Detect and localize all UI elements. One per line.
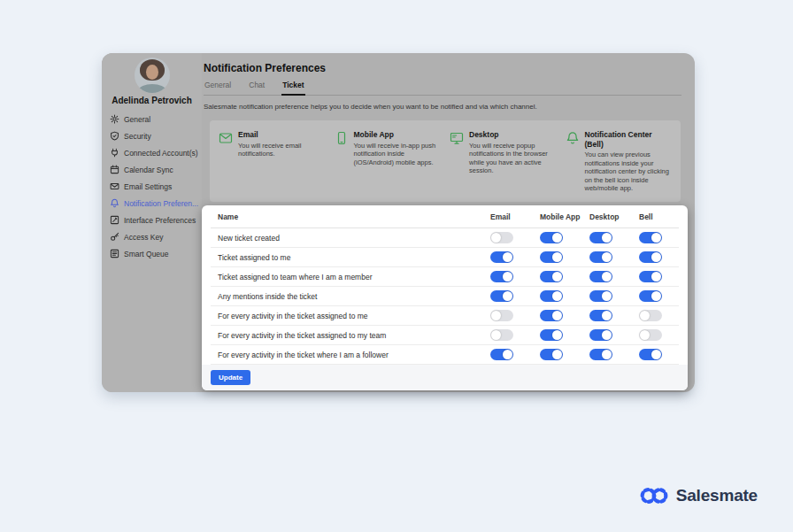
toggle-email[interactable] (490, 310, 513, 321)
sidebar-item-security[interactable]: Security (102, 127, 202, 144)
table-row: For every activity in the ticket where I… (211, 345, 679, 365)
sidebar-item-connected-accounts[interactable]: Connected Account(s) (102, 144, 202, 161)
toggle-email[interactable] (490, 290, 513, 302)
row-name: Ticket assigned to me (218, 253, 490, 262)
sidebar-item-label: Smart Queue (124, 250, 169, 258)
avatar-body (139, 84, 166, 93)
toggle-email[interactable] (490, 329, 513, 341)
channel-email: Email You will receive email notificatio… (219, 130, 326, 193)
salesmate-logo-mark (639, 486, 669, 505)
channel-description: You can view previous notifications insi… (585, 150, 673, 193)
avatar (135, 58, 170, 93)
update-button[interactable]: Update (211, 370, 250, 385)
column-header-name: Name (218, 212, 490, 221)
channel-description: You will receive email notifications. (238, 142, 326, 158)
table-header-row: Name Email Mobile App Desktop Bell (211, 205, 679, 228)
toggle-bell[interactable] (639, 329, 662, 341)
settings-menu: General Security Connected Account(s) Ca… (102, 111, 202, 262)
sidebar-item-notification-preferences[interactable]: Notification Preferen... (102, 195, 202, 212)
channel-title: Notification Center (Bell) (585, 130, 673, 149)
channel-mobile-app: Mobile App You will receive in-app push … (335, 130, 442, 193)
bell-icon (110, 198, 119, 208)
brand-name: Salesmate (676, 486, 758, 505)
channel-description: You will receive popup notifications in … (469, 142, 557, 175)
row-name: Ticket assigned to team where I am a mem… (218, 273, 490, 281)
channel-title: Desktop (469, 130, 557, 140)
toggle-bell[interactable] (639, 232, 662, 243)
toggle-bell[interactable] (639, 310, 662, 321)
table-footer: Update (202, 365, 688, 390)
notification-table-panel: Name Email Mobile App Desktop Bell New t… (202, 205, 688, 390)
channel-title: Email (238, 130, 326, 140)
sidebar-item-access-key[interactable]: Access Key (102, 228, 202, 245)
toggle-mobile-app[interactable] (540, 329, 563, 341)
sidebar-item-label: Access Key (124, 233, 163, 242)
toggle-mobile-app[interactable] (540, 310, 563, 321)
channel-title: Mobile App (354, 130, 442, 140)
sidebar-item-label: Interface Preferences (124, 216, 196, 225)
salesmate-logo: Salesmate (639, 486, 758, 505)
column-header-desktop: Desktop (589, 212, 639, 221)
row-name: For every activity in the ticket assigne… (218, 312, 490, 320)
table-row: New ticket created (211, 228, 679, 248)
toggle-mobile-app[interactable] (540, 251, 563, 263)
table-row: Ticket assigned to team where I am a mem… (211, 267, 679, 287)
tab-chat[interactable]: Chat (248, 81, 266, 95)
calendar-icon (110, 165, 119, 174)
tab-ticket[interactable]: Ticket (281, 81, 304, 96)
channel-desktop: Desktop You will receive popup notificat… (450, 130, 557, 193)
table-row: For every activity in the ticket assigne… (211, 306, 679, 326)
envelope-icon (110, 181, 119, 191)
page-background: Adelinda Petrovich General Security Conn… (0, 0, 793, 532)
sidebar-item-label: General (124, 115, 150, 124)
sidebar-item-label: Notification Preferen... (124, 199, 198, 208)
key-icon (110, 232, 119, 242)
column-header-mobile-app: Mobile App (540, 212, 589, 221)
toggle-mobile-app[interactable] (540, 290, 563, 302)
toggle-bell[interactable] (639, 290, 662, 302)
toggle-desktop[interactable] (589, 271, 612, 282)
queue-icon (110, 249, 119, 258)
toggle-email[interactable] (490, 232, 513, 243)
desktop-icon (450, 131, 464, 145)
settings-window: Adelinda Petrovich General Security Conn… (102, 53, 695, 392)
row-name: For every activity in the ticket where I… (218, 351, 490, 359)
sidebar-item-label: Connected Account(s) (124, 149, 198, 158)
row-name: New ticket created (218, 234, 490, 243)
sidebar-item-email-settings[interactable]: Email Settings (102, 178, 202, 195)
tab-general[interactable]: General (204, 81, 232, 95)
toggle-desktop[interactable] (589, 290, 612, 302)
toggle-desktop[interactable] (589, 310, 612, 321)
sidebar-item-calendar-sync[interactable]: Calendar Sync (102, 161, 202, 178)
toggle-mobile-app[interactable] (540, 349, 563, 360)
toggle-desktop[interactable] (589, 251, 612, 263)
table-row: For every activity in the ticket assigne… (211, 326, 679, 345)
page-title: Notification Preferences (204, 62, 681, 74)
tab-bar: General Chat Ticket (204, 81, 681, 96)
toggle-bell[interactable] (639, 349, 662, 360)
shield-icon (110, 131, 119, 141)
row-name: For every activity in the ticket assigne… (218, 331, 490, 340)
interface-icon (110, 215, 119, 225)
table-row: Ticket assigned to me (211, 248, 679, 267)
toggle-mobile-app[interactable] (540, 271, 563, 282)
plug-icon (110, 148, 119, 158)
gear-icon (110, 114, 119, 124)
channel-notification-center: Notification Center (Bell) You can view … (566, 130, 673, 193)
toggle-email[interactable] (490, 349, 513, 360)
channel-info-box: Email You will receive email notificatio… (210, 120, 681, 202)
toggle-mobile-app[interactable] (540, 232, 563, 243)
sidebar-item-interface-preferences[interactable]: Interface Preferences (102, 212, 202, 228)
toggle-email[interactable] (490, 271, 513, 282)
sidebar-item-smart-queue[interactable]: Smart Queue (102, 245, 202, 262)
toggle-desktop[interactable] (589, 232, 612, 243)
toggle-bell[interactable] (639, 271, 662, 282)
toggle-desktop[interactable] (589, 329, 612, 341)
channel-description: You will receive in-app push notificatio… (354, 142, 442, 167)
sidebar-item-general[interactable]: General (102, 111, 202, 127)
toggle-email[interactable] (490, 251, 513, 263)
sidebar-item-label: Security (124, 132, 151, 141)
sidebar-item-label: Email Settings (124, 182, 172, 191)
toggle-desktop[interactable] (589, 349, 612, 360)
toggle-bell[interactable] (639, 251, 662, 263)
